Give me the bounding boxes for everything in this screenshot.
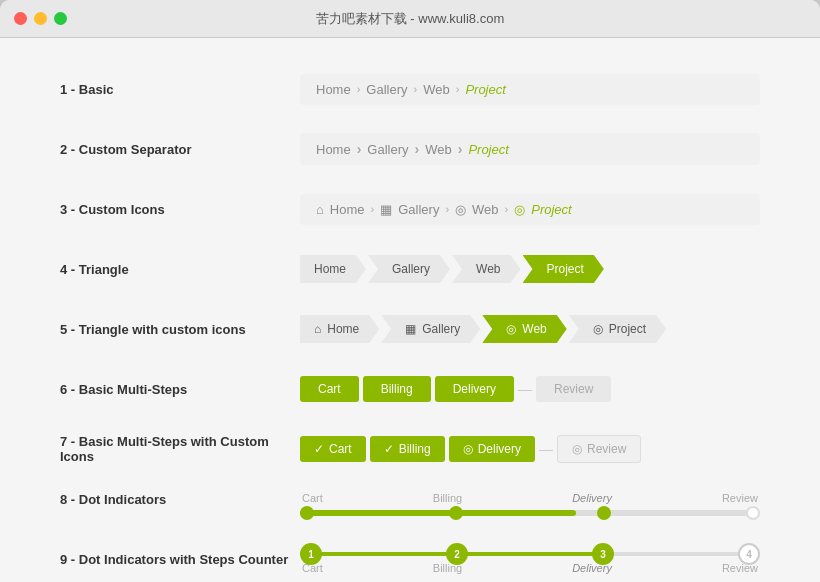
row-triangle-label: 4 - Triangle [60, 262, 300, 277]
dot-track [300, 510, 760, 516]
dotc-wrap: 1 2 3 4 Cart Billing Delivery Review [300, 552, 760, 574]
bc-item[interactable]: Home [330, 202, 365, 217]
bc-sep-icon: › [458, 141, 463, 157]
ms-item-delivery[interactable]: Delivery [435, 376, 514, 402]
dot-step-2[interactable] [449, 506, 463, 520]
bc-sep-icon: › [357, 141, 362, 157]
multistep-basic: Cart Billing Delivery — Review [300, 376, 760, 402]
ms-wrap: Cart Billing Delivery — Review [300, 376, 760, 402]
bc-sep-icon: › [445, 203, 449, 215]
dot-label: Billing [433, 492, 462, 504]
row-triangle-icons-label: 5 - Triangle with custom icons [60, 322, 300, 337]
tri2-item[interactable]: ◎ Project [569, 315, 666, 343]
traffic-lights [14, 12, 67, 25]
ms-item-cart[interactable]: Cart [300, 376, 359, 402]
close-button[interactable] [14, 12, 27, 25]
row-custom-sep-label: 2 - Custom Separator [60, 142, 300, 157]
web-icon: ◎ [455, 202, 466, 217]
row-triangle-icons: 5 - Triangle with custom icons ⌂ Home ▦ … [60, 308, 760, 350]
project-icon: ◎ [514, 202, 525, 217]
row-custom-icons-label: 3 - Custom Icons [60, 202, 300, 217]
dotc-circles: 1 2 3 4 [300, 543, 760, 565]
tri-item[interactable]: Web [452, 255, 520, 283]
row-multi-steps-label: 6 - Basic Multi-Steps [60, 382, 300, 397]
ms-icon-wrap: ✓ Cart ✓ Billing ◎ Delivery — ◎ Review [300, 435, 760, 463]
app-window: 苦力吧素材下载 - www.kuli8.com 1 - Basic Home ›… [0, 0, 820, 582]
minimize-button[interactable] [34, 12, 47, 25]
bc-sep-icon: › [415, 141, 420, 157]
bc-sep-icon: › [456, 83, 460, 95]
row-custom-icons: 3 - Custom Icons ⌂ Home › ▦ Gallery › ◎ … [60, 188, 760, 230]
project-icon: ◎ [593, 322, 603, 336]
tri2-item-active[interactable]: ◎ Web [482, 315, 566, 343]
row-dot: 8 - Dot Indicators Cart Billing Delivery… [60, 488, 760, 530]
dot-label: Review [722, 492, 758, 504]
maximize-button[interactable] [54, 12, 67, 25]
bc-item[interactable]: Gallery [367, 142, 408, 157]
tri2-item[interactable]: ▦ Gallery [381, 315, 480, 343]
bc-sep-icon: › [357, 83, 361, 95]
row-dotc-label: 9 - Dot Indicators with Steps Counter [60, 552, 300, 567]
dotc-step-1[interactable]: 1 [300, 543, 322, 565]
bc-triangle2-container: ⌂ Home ▦ Gallery ◎ Web ◎ Project [300, 315, 760, 343]
dot-step-1[interactable] [300, 506, 314, 520]
tri-item[interactable]: Home [300, 255, 366, 283]
dotc-step-3[interactable]: 3 [592, 543, 614, 565]
ms-icon-item-review[interactable]: ◎ Review [557, 435, 641, 463]
bc-item-active[interactable]: Project [465, 82, 505, 97]
web-icon: ◎ [506, 322, 516, 336]
bc-sep-icon: › [505, 203, 509, 215]
ms-icon-item-billing[interactable]: ✓ Billing [370, 436, 445, 462]
tri-item-active[interactable]: Project [523, 255, 604, 283]
bc-sep-icon: › [414, 83, 418, 95]
breadcrumb-triangle-icons: ⌂ Home ▦ Gallery ◎ Web ◎ Project [300, 315, 760, 343]
breadcrumb-custom-icons: ⌂ Home › ▦ Gallery › ◎ Web › ◎ Project [300, 194, 760, 225]
dotc-step-2[interactable]: 2 [446, 543, 468, 565]
bc-item[interactable]: Web [472, 202, 499, 217]
bc-item[interactable]: Home [316, 82, 351, 97]
home-icon: ⌂ [316, 202, 324, 217]
ms-arrow-icon: — [539, 441, 553, 457]
titlebar: 苦力吧素材下载 - www.kuli8.com [0, 0, 820, 38]
bc-triangle-container: Home Gallery Web Project [300, 255, 760, 283]
main-content: 1 - Basic Home › Gallery › Web › Project… [0, 38, 820, 582]
dot-step-3[interactable] [597, 506, 611, 520]
dot-indicators: Cart Billing Delivery Review [300, 492, 760, 522]
row-triangle: 4 - Triangle Home Gallery Web Project [60, 248, 760, 290]
check-icon: ✓ [384, 442, 394, 456]
check-icon: ✓ [314, 442, 324, 456]
dot-step-4[interactable] [746, 506, 760, 520]
dotc-step-4[interactable]: 4 [738, 543, 760, 565]
delivery-icon: ◎ [463, 442, 473, 456]
bc-item-active[interactable]: Project [531, 202, 571, 217]
row-multi-steps-icons-label: 7 - Basic Multi-Steps with Custom Icons [60, 434, 300, 464]
dotc-track: 1 2 3 4 [300, 552, 760, 556]
dot-label-active: Delivery [572, 492, 612, 504]
breadcrumb-custom-sep: Home › Gallery › Web › Project [300, 133, 760, 165]
row-basic: 1 - Basic Home › Gallery › Web › Project [60, 68, 760, 110]
dot-label: Cart [302, 492, 323, 504]
bc-sep-container: Home › Gallery › Web › Project [300, 133, 760, 165]
bc-item[interactable]: Gallery [366, 82, 407, 97]
home-icon: ⌂ [314, 322, 321, 336]
row-custom-sep: 2 - Custom Separator Home › Gallery › We… [60, 128, 760, 170]
tri-item[interactable]: Gallery [368, 255, 450, 283]
bc-item[interactable]: Web [425, 142, 452, 157]
ms-item-billing[interactable]: Billing [363, 376, 431, 402]
ms-icon-item-cart[interactable]: ✓ Cart [300, 436, 366, 462]
ms-item-review[interactable]: Review [536, 376, 611, 402]
dot-labels: Cart Billing Delivery Review [300, 492, 760, 504]
bc-item[interactable]: Home [316, 142, 351, 157]
bc-icons-container: ⌂ Home › ▦ Gallery › ◎ Web › ◎ Project [300, 194, 760, 225]
bc-item[interactable]: Gallery [398, 202, 439, 217]
bc-item[interactable]: Web [423, 82, 450, 97]
breadcrumb-basic: Home › Gallery › Web › Project [300, 74, 760, 105]
bc-sep-icon: › [371, 203, 375, 215]
tri2-item[interactable]: ⌂ Home [300, 315, 379, 343]
row-basic-label: 1 - Basic [60, 82, 300, 97]
bc-item-active[interactable]: Project [468, 142, 508, 157]
window-title: 苦力吧素材下载 - www.kuli8.com [316, 10, 505, 28]
ms-arrow-icon: — [518, 381, 532, 397]
breadcrumb-triangle: Home Gallery Web Project [300, 255, 760, 283]
ms-icon-item-delivery[interactable]: ◎ Delivery [449, 436, 535, 462]
